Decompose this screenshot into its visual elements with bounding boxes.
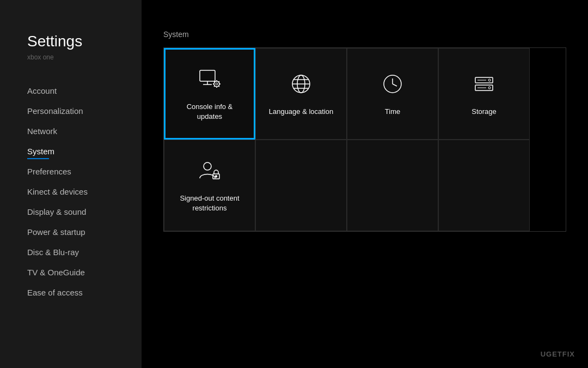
- grid-item-console-info-label: Console info &updates: [181, 102, 238, 122]
- sidebar-item-display[interactable]: Display & sound: [27, 202, 142, 222]
- svg-point-4: [216, 83, 218, 85]
- grid-item-time-label: Time: [379, 107, 406, 117]
- svg-point-27: [204, 162, 211, 170]
- storage-icon: [471, 71, 497, 99]
- grid-item-storage-label: Storage: [466, 107, 502, 117]
- sidebar-item-ease[interactable]: Ease of access: [27, 282, 142, 303]
- grid-item-language[interactable]: Language & location: [255, 48, 347, 140]
- sidebar-item-personalization[interactable]: Personalization: [27, 101, 142, 121]
- grid-item-empty-3: [438, 140, 530, 231]
- section-title: System: [163, 30, 566, 39]
- console-info-icon: [197, 66, 223, 94]
- svg-line-9: [214, 81, 215, 82]
- grid-item-storage[interactable]: Storage: [438, 48, 530, 140]
- sidebar-item-system[interactable]: System: [27, 141, 142, 161]
- sidebar-item-tv[interactable]: TV & OneGuide: [27, 262, 142, 282]
- settings-grid: Console info &updates Language & locatio…: [163, 47, 566, 232]
- svg-line-11: [219, 81, 219, 82]
- grid-item-signed-out-label: Signed-out contentrestrictions: [174, 194, 244, 213]
- time-icon: [379, 71, 406, 99]
- grid-item-time[interactable]: Time: [347, 48, 438, 140]
- grid-item-signed-out[interactable]: Signed-out contentrestrictions: [164, 140, 255, 231]
- main-content: System: [142, 0, 588, 368]
- svg-point-29: [216, 176, 217, 177]
- language-icon: [288, 71, 314, 99]
- svg-rect-0: [200, 70, 215, 81]
- sidebar-item-preferences[interactable]: Preferences: [27, 161, 142, 182]
- svg-point-3: [214, 81, 219, 87]
- signed-out-icon: [197, 158, 223, 186]
- sidebar-item-disc[interactable]: Disc & Blu-ray: [27, 242, 142, 262]
- svg-point-23: [488, 79, 491, 81]
- sidebar-item-power[interactable]: Power & startup: [27, 222, 142, 242]
- sidebar-item-kinect[interactable]: Kinect & devices: [27, 182, 142, 202]
- svg-point-24: [488, 87, 491, 89]
- grid-item-empty-1: [255, 140, 347, 231]
- svg-line-10: [219, 86, 219, 86]
- grid-item-language-label: Language & location: [264, 107, 339, 117]
- sidebar: Settings xbox one Account Personalizatio…: [0, 0, 142, 368]
- settings-title: Settings: [27, 33, 142, 50]
- grid-item-console-info[interactable]: Console info &updates: [164, 48, 255, 140]
- grid-item-empty-2: [347, 140, 438, 231]
- sidebar-subtitle: xbox one: [27, 53, 142, 61]
- watermark: UGETFIX: [541, 350, 575, 358]
- svg-line-20: [393, 84, 397, 86]
- svg-line-12: [214, 86, 215, 86]
- sidebar-item-account[interactable]: Account: [27, 81, 142, 101]
- sidebar-item-network[interactable]: Network: [27, 121, 142, 141]
